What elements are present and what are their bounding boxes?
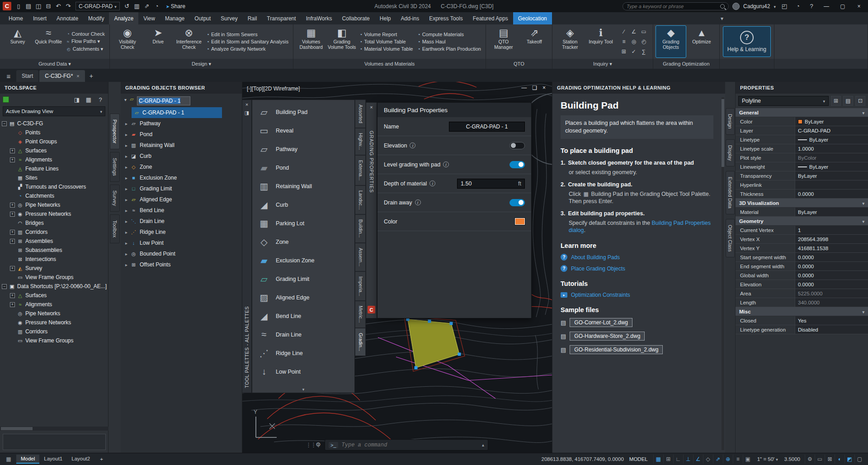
qat-icon[interactable]: ▯ xyxy=(14,2,24,11)
property-row[interactable]: Current Vertex 1 xyxy=(736,226,868,235)
ribbon-small-button[interactable]: ▪ Edit in Storm Sewers xyxy=(208,32,288,37)
layout-tab[interactable]: Model xyxy=(16,455,39,464)
property-value[interactable]: Yes xyxy=(798,318,807,323)
grading-category-item[interactable]: ▱ Aligned Edge xyxy=(121,194,242,205)
qat-icon[interactable]: ◫ xyxy=(33,2,43,11)
inquiry-small-tool-icon[interactable]: ∕ xyxy=(619,27,628,36)
tree-item[interactable]: + ◎ Pipe Networks xyxy=(2,200,108,209)
rename-field[interactable]: C-GRAD-PAD - 1 xyxy=(137,96,190,105)
object-type-dropdown[interactable]: Polyline xyxy=(738,96,829,106)
close-icon[interactable]: × xyxy=(245,102,248,110)
property-row[interactable]: Linetype scale 1.0000 xyxy=(736,144,868,153)
property-row[interactable]: Start segment width 0.0000 xyxy=(736,253,868,262)
property-value[interactable]: 0.0000 xyxy=(798,273,814,278)
property-row[interactable]: Linetype ByLayer xyxy=(736,135,868,144)
panel-label-inquiry[interactable]: Inquiry ▾ xyxy=(552,59,653,69)
expander-icon[interactable]: − xyxy=(2,284,7,289)
ribbon-small-button[interactable]: ◴ Catchments ▾ xyxy=(67,46,105,52)
info-icon[interactable] xyxy=(443,161,449,167)
avatar[interactable] xyxy=(732,3,740,10)
property-value[interactable]: Disabled xyxy=(798,327,818,332)
palette-tab[interactable]: Highw... xyxy=(355,128,366,155)
command-history-expand-icon[interactable]: ▴ xyxy=(482,442,484,447)
palette-tool[interactable]: ▭ Reveal xyxy=(252,121,354,140)
viewport-controls[interactable]: [-][Top][2D Wireframe] xyxy=(247,85,300,92)
property-row[interactable]: Lineweight ByLayer xyxy=(736,162,868,171)
ribbon-small-button[interactable]: ▪ Total Volume Table xyxy=(360,39,413,44)
property-row[interactable]: Linetype generation Disabled xyxy=(736,325,868,334)
app-menu-button[interactable]: C xyxy=(3,2,11,10)
grading-category-item[interactable]: ◇ Zone xyxy=(121,161,242,172)
inquiry-small-tool-icon[interactable]: ≡ xyxy=(619,37,628,46)
status-toggle-icon[interactable]: ⚙ xyxy=(805,455,815,464)
ribbon-big-button[interactable]: ◉ Visibility Check xyxy=(113,26,142,57)
status-toggle-icon[interactable]: ⊞ xyxy=(663,455,673,464)
property-value[interactable]: 416881.1538 xyxy=(798,246,828,251)
ribbon-small-button[interactable]: ◔ Contour Check xyxy=(67,31,105,37)
tree-item[interactable]: ◠ Bridges xyxy=(2,218,108,228)
status-toggle-icon[interactable]: ▢ xyxy=(854,455,864,464)
palette-tool[interactable]: ▥ Retaining Wall xyxy=(252,177,354,195)
property-value[interactable]: ByLayer xyxy=(798,173,817,179)
grading-category-item[interactable]: ↓ Low Point xyxy=(121,237,242,248)
tree-item[interactable]: + ◉ Pressure Networks xyxy=(2,209,108,218)
share-button[interactable]: Share xyxy=(166,3,185,9)
ribbon-tab[interactable]: Analyze xyxy=(109,12,138,24)
new-drawing-tab-button[interactable]: + xyxy=(86,70,97,82)
close-tab-icon[interactable]: × xyxy=(76,73,79,79)
select-objects-icon[interactable]: ▤ xyxy=(843,96,853,106)
property-row[interactable]: Color ByLayer xyxy=(736,117,868,126)
auto-hide-pin-icon[interactable]: ◨ xyxy=(245,110,249,118)
expand-caret-icon[interactable] xyxy=(125,240,127,246)
inquiry-small-tool-icon[interactable]: ◴ xyxy=(639,37,648,46)
status-toggle-icon[interactable]: ⊕ xyxy=(723,455,733,464)
tree-item[interactable]: + ≈ Alignments xyxy=(2,155,108,164)
ribbon-display-toggle-icon[interactable]: ▾ xyxy=(716,12,728,24)
inquiry-small-tool-icon[interactable]: ⊞ xyxy=(619,47,628,56)
layout-tab[interactable]: Layout2 xyxy=(67,455,94,464)
palette-tool[interactable]: ↓ Low Point xyxy=(252,362,354,381)
property-row[interactable]: Length 340.0000 xyxy=(736,298,868,307)
palette-tool[interactable]: ◇ Zone xyxy=(252,232,354,251)
inquiry-small-tool-icon[interactable]: ∑ xyxy=(639,47,648,56)
property-row[interactable]: Vertex X 208564.3998 xyxy=(736,235,868,244)
qat-icon[interactable]: ↶ xyxy=(53,2,63,11)
sample-file-link[interactable]: GO-Corner-Lot_2.dwg xyxy=(570,318,632,327)
grading-properties-title-strip[interactable]: × GRADING PROPERTIES C xyxy=(366,102,377,318)
tree-item[interactable]: − ▣ Data Shortcuts [P:\22-0060-00_AE...] xyxy=(2,282,108,291)
ribbon-tab[interactable]: View xyxy=(138,12,160,24)
grading-category-item[interactable]: ▱ Pathway xyxy=(121,118,242,129)
tree-item[interactable]: ◇ Points xyxy=(2,128,108,137)
status-toggle-icon[interactable]: ▦ xyxy=(653,455,663,464)
menu-icon[interactable]: ≡ xyxy=(2,70,15,82)
ribbon-big-button[interactable]: ⊗ Interference Check xyxy=(174,26,204,57)
inquiry-small-tool-icon[interactable]: ✓ xyxy=(629,47,638,56)
section-header-geometry[interactable]: Geometry xyxy=(736,217,868,226)
section-header-3d-visualization[interactable]: 3D Visualization xyxy=(736,199,868,208)
panel-label-design[interactable]: Design ▾ xyxy=(110,59,293,69)
expander-icon[interactable]: + xyxy=(10,302,15,307)
notifications-icon[interactable]: ◔ xyxy=(793,2,803,11)
learn-more-link[interactable]: About Building Pads xyxy=(571,254,620,261)
palette-tab[interactable]: Externa... xyxy=(355,155,366,185)
user-name[interactable]: Cadguru42 xyxy=(743,3,770,9)
palette-tool[interactable]: ▱ Pathway xyxy=(252,140,354,158)
expander-icon[interactable]: + xyxy=(10,148,15,153)
toolspace-side-tab[interactable]: Prospector xyxy=(110,114,120,149)
property-value[interactable]: 5225.0000 xyxy=(798,291,822,296)
tree-item[interactable]: ▭ View Frame Groups xyxy=(2,273,108,282)
tool-palettes-title-strip[interactable]: × ◨ TOOL PALETTES - ALL PALETTES xyxy=(242,100,252,393)
tree-item[interactable]: ⊠ Intersections xyxy=(2,255,108,264)
property-value[interactable]: 1.0000 xyxy=(798,146,814,152)
tree-item[interactable]: ◬ Feature Lines xyxy=(2,164,108,173)
info-icon[interactable] xyxy=(429,180,435,186)
property-row[interactable]: Area 5225.0000 xyxy=(736,289,868,298)
ribbon-tab[interactable]: Output xyxy=(189,12,216,24)
tree-item[interactable]: ◎ Pipe Networks xyxy=(2,309,108,318)
palette-tab[interactable]: Assem... xyxy=(355,243,366,271)
ribbon-tab[interactable]: Add-ins xyxy=(396,12,424,24)
property-value[interactable]: 208564.3998 xyxy=(798,237,828,242)
property-row[interactable]: End segment width 0.0000 xyxy=(736,262,868,271)
tree-item[interactable]: + ⊞ Assemblies xyxy=(2,237,108,246)
ribbon-big-button[interactable]: ⇗ Takeoff xyxy=(519,26,549,57)
